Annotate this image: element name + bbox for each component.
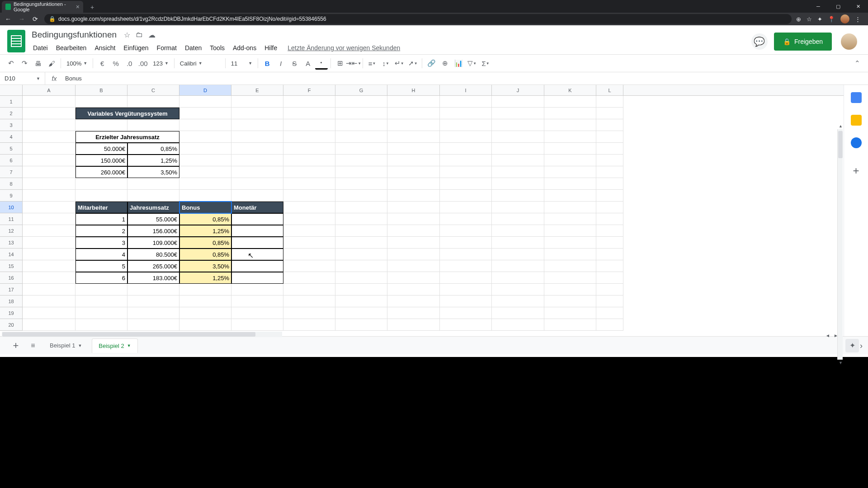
cell[interactable] (596, 166, 623, 178)
cell[interactable] (440, 190, 492, 202)
row-header[interactable]: 13 (0, 237, 23, 249)
cell[interactable] (440, 272, 492, 284)
cell[interactable] (335, 307, 387, 319)
paint-format-button[interactable]: 🖌 (45, 57, 58, 70)
cell[interactable] (75, 178, 127, 190)
cell[interactable] (492, 225, 544, 237)
cell[interactable] (387, 155, 440, 166)
collapse-toolbar-button[interactable]: ⌃ (851, 57, 863, 70)
browser-menu-icon[interactable]: ⋮ (855, 16, 861, 23)
cell[interactable] (440, 260, 492, 272)
cell[interactable] (440, 296, 492, 307)
cell[interactable] (23, 166, 75, 178)
cell[interactable] (283, 202, 335, 213)
row-header[interactable]: 11 (0, 213, 23, 225)
cell[interactable] (283, 96, 335, 108)
cell[interactable] (231, 96, 283, 108)
row-header[interactable]: 14 (0, 249, 23, 260)
row-header[interactable]: 19 (0, 307, 23, 319)
insert-chart-button[interactable]: 📊 (452, 57, 465, 70)
text-color-button[interactable]: A (302, 57, 314, 70)
comments-icon[interactable]: 💬 (751, 33, 768, 50)
cell[interactable] (335, 260, 387, 272)
close-window-button[interactable]: ✕ (848, 0, 868, 13)
cell[interactable] (23, 225, 75, 237)
cell[interactable]: 1 (75, 213, 127, 225)
cell[interactable] (544, 260, 596, 272)
cell[interactable] (440, 237, 492, 249)
merge-button[interactable]: ⇥⇤▼ (347, 57, 360, 70)
last-edit-link[interactable]: Letzte Änderung vor wenigen Sekunden (288, 44, 400, 52)
cell[interactable] (127, 96, 179, 108)
row-header[interactable]: 4 (0, 131, 23, 143)
cell[interactable] (179, 190, 231, 202)
undo-button[interactable]: ↶ (5, 57, 17, 70)
cell[interactable] (387, 213, 440, 225)
cell[interactable]: 80.500€ (127, 249, 179, 260)
sheet-tab-2[interactable]: Beispiel 2▼ (92, 338, 137, 353)
cell[interactable] (492, 108, 544, 119)
row-header[interactable]: 20 (0, 319, 23, 331)
cell[interactable] (231, 213, 283, 225)
cell[interactable] (231, 237, 283, 249)
cell[interactable] (440, 96, 492, 108)
cell[interactable] (596, 131, 623, 143)
col-header-d[interactable]: D (179, 85, 231, 95)
cell[interactable] (492, 202, 544, 213)
cell[interactable] (492, 155, 544, 166)
cell[interactable] (596, 225, 623, 237)
cell[interactable] (23, 143, 75, 155)
cell[interactable]: 3,50% (127, 166, 179, 178)
cell[interactable] (283, 307, 335, 319)
cell[interactable] (335, 155, 387, 166)
cell[interactable] (335, 213, 387, 225)
cell[interactable] (283, 166, 335, 178)
cell[interactable] (387, 249, 440, 260)
cell[interactable] (283, 296, 335, 307)
cell[interactable] (335, 249, 387, 260)
new-tab-button[interactable]: + (87, 2, 98, 13)
minimize-button[interactable]: ─ (808, 0, 828, 13)
cell[interactable] (544, 96, 596, 108)
percent-button[interactable]: % (109, 57, 122, 70)
row-header[interactable]: 5 (0, 143, 23, 155)
cell[interactable] (283, 225, 335, 237)
cell[interactable] (127, 319, 179, 331)
zoom-icon[interactable]: ⊕ (796, 16, 801, 23)
menu-format[interactable]: Format (154, 42, 180, 53)
cell[interactable] (283, 131, 335, 143)
cell[interactable] (596, 272, 623, 284)
cell[interactable] (179, 155, 231, 166)
cell[interactable]: 150.000€ (75, 155, 127, 166)
cell[interactable] (544, 155, 596, 166)
cell[interactable] (387, 190, 440, 202)
star-icon[interactable]: ☆ (124, 31, 130, 39)
cell[interactable] (387, 260, 440, 272)
cell[interactable] (335, 190, 387, 202)
cell[interactable] (440, 119, 492, 131)
cell[interactable] (75, 296, 127, 307)
cell[interactable] (179, 96, 231, 108)
cell[interactable] (492, 296, 544, 307)
cell[interactable] (231, 225, 283, 237)
cell[interactable] (596, 237, 623, 249)
currency-button[interactable]: € (96, 57, 108, 70)
profile-avatar[interactable] (840, 14, 849, 23)
row-header[interactable]: 1 (0, 96, 23, 108)
cell[interactable] (231, 284, 283, 296)
bookmark-icon[interactable]: ☆ (807, 16, 812, 23)
user-avatar[interactable] (841, 33, 857, 50)
borders-button[interactable]: ⊞ (334, 57, 346, 70)
col-header-e[interactable]: E (231, 85, 283, 95)
cell[interactable] (75, 307, 127, 319)
cell[interactable] (335, 119, 387, 131)
cell[interactable] (179, 178, 231, 190)
cell[interactable] (440, 319, 492, 331)
menu-ansicht[interactable]: Ansicht (91, 42, 118, 53)
cell[interactable] (23, 272, 75, 284)
keep-icon[interactable] (851, 115, 862, 126)
cell[interactable] (596, 108, 623, 119)
cell[interactable] (596, 96, 623, 108)
cell[interactable] (283, 272, 335, 284)
cell[interactable] (492, 260, 544, 272)
